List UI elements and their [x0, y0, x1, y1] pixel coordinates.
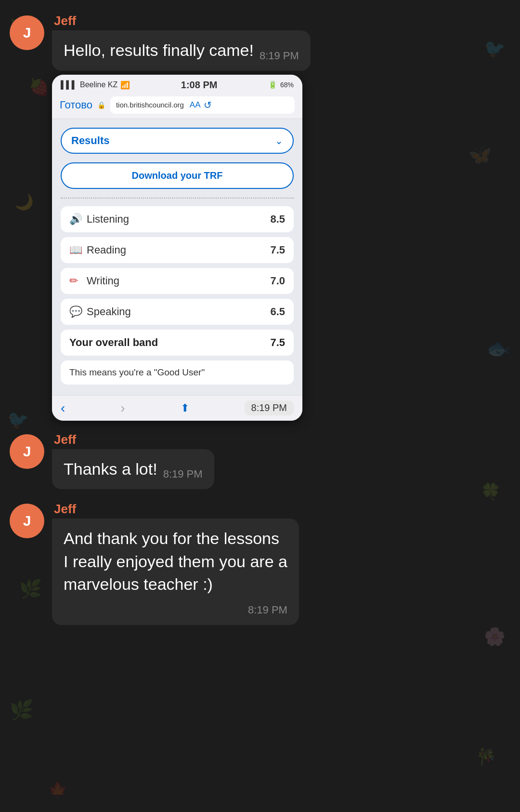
score-row-speaking: 💬 Speaking 6.5	[61, 299, 294, 325]
download-trf-label: Download your TRF	[132, 170, 223, 181]
status-time: 1:08 PM	[181, 80, 218, 91]
reading-score: 7.5	[270, 244, 285, 256]
listening-label: Listening	[87, 213, 270, 226]
results-dropdown[interactable]: Results ⌄	[61, 128, 294, 154]
message-text-3: And thank you for the lessons I really e…	[64, 527, 287, 596]
signal-bars: ▌▌▌	[61, 80, 77, 89]
browser-reload[interactable]: ↺	[204, 99, 212, 111]
message-row-3: J Jeff And thank you for the lessons I r…	[0, 498, 520, 629]
message-row-1: J Jeff Hello, results finally came! 8:19…	[0, 10, 520, 75]
overall-band-label: Your overall band	[69, 336, 270, 349]
battery-percent: 68%	[280, 81, 294, 89]
browser-back[interactable]: Готово	[60, 99, 92, 111]
bottom-bar-time: 8:19 PM	[245, 400, 294, 415]
avatar-jeff-3: J	[10, 504, 44, 538]
wifi-icon: 📶	[120, 80, 130, 90]
battery-icon: 🔋	[268, 80, 277, 89]
status-bar: ▌▌▌ Beeline KZ 📶 1:08 PM 🔋 68%	[52, 75, 302, 93]
message-bubble-3: And thank you for the lessons I really e…	[52, 519, 299, 625]
chat-container: J Jeff Hello, results finally came! 8:19…	[0, 0, 520, 812]
speaking-score: 6.5	[270, 306, 285, 318]
message-time-3: 8:19 PM	[248, 604, 287, 616]
status-right: 🔋 68%	[268, 80, 294, 89]
overall-band-value: 7.5	[270, 336, 285, 349]
sender-name-2: Jeff	[54, 432, 214, 447]
sender-name-3: Jeff	[54, 502, 299, 517]
score-row-listening: 🔊 Listening 8.5	[61, 206, 294, 232]
headphone-icon: 🔊	[69, 213, 87, 226]
browser-url-bar[interactable]: tion.britishcouncil.org AA ↺	[110, 96, 295, 114]
browser-bar: Готово 🔒 tion.britishcouncil.org AA ↺	[52, 93, 302, 119]
message-bubble-1: Hello, results finally came! 8:19 PM	[52, 30, 311, 71]
writing-label: Writing	[87, 275, 270, 287]
url-text: tion.britishcouncil.org	[116, 101, 184, 109]
message-bubble-2: Thanks a lot! 8:19 PM	[52, 449, 214, 490]
carrier-name: Beeline KZ	[80, 80, 117, 89]
message-wrap-1: Jeff Hello, results finally came! 8:19 P…	[52, 13, 311, 71]
lock-icon: 🔒	[97, 101, 105, 109]
message-row-2: J Jeff Thanks a lot! 8:19 PM	[0, 428, 520, 493]
sender-name-1: Jeff	[54, 13, 311, 28]
reading-label: Reading	[87, 244, 270, 256]
message-time-2: 8:19 PM	[163, 468, 203, 480]
results-content: Results ⌄ Download your TRF 🔊 Listening …	[52, 119, 302, 395]
browser-aa[interactable]: AA	[190, 100, 201, 110]
back-arrow-icon[interactable]: ‹	[61, 400, 65, 416]
message-time-1: 8:19 PM	[260, 50, 299, 62]
writing-score: 7.0	[270, 275, 285, 287]
phone-bottom-bar: ‹ › ⬆ 8:19 PM	[52, 395, 302, 421]
message-text-2: Thanks a lot!	[64, 458, 157, 481]
book-icon: 📖	[69, 244, 87, 256]
overall-band-row: Your overall band 7.5	[61, 330, 294, 356]
forward-arrow-icon[interactable]: ›	[120, 400, 125, 416]
phone-screenshot: ▌▌▌ Beeline KZ 📶 1:08 PM 🔋 68% Готово 🔒 …	[52, 75, 302, 421]
download-trf-button[interactable]: Download your TRF	[61, 162, 294, 189]
score-row-reading: 📖 Reading 7.5	[61, 237, 294, 263]
avatar-jeff-1: J	[10, 15, 44, 50]
chevron-down-icon: ⌄	[275, 135, 283, 146]
share-icon[interactable]: ⬆	[181, 402, 189, 414]
speaking-label: Speaking	[87, 306, 270, 318]
listening-score: 8.5	[270, 213, 285, 226]
dotted-divider	[61, 198, 294, 199]
message-text-1: Hello, results finally came!	[64, 39, 254, 62]
avatar-jeff-2: J	[10, 434, 44, 469]
pen-icon: ✏	[69, 275, 87, 287]
message-wrap-2: Jeff Thanks a lot! 8:19 PM	[52, 432, 214, 490]
results-dropdown-label: Results	[71, 134, 109, 147]
speech-icon: 💬	[69, 306, 87, 318]
good-user-text: This means you're a "Good User"	[61, 360, 294, 385]
score-row-writing: ✏ Writing 7.0	[61, 268, 294, 294]
message-wrap-3: Jeff And thank you for the lessons I rea…	[52, 502, 299, 625]
status-left: ▌▌▌ Beeline KZ 📶	[61, 80, 130, 90]
